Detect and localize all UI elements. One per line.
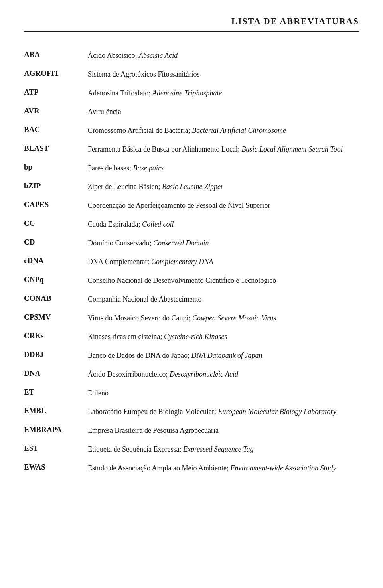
table-row: EWASEstudo de Associação Ampla ao Meio A… <box>24 459 359 478</box>
abbr-value: DNA Complementar; Complementary DNA <box>88 253 359 271</box>
table-row: CONABCompanhia Nacional de Abastecimento <box>24 290 359 309</box>
table-row: ESTEtiqueta de Sequência Expressa; Expre… <box>24 440 359 459</box>
table-row: bpPares de bases; Base pairs <box>24 159 359 178</box>
table-row: CAPES Coordenação de Aperfeiçoamento de … <box>24 196 359 215</box>
abbr-key: CPSMV <box>24 309 88 328</box>
abbr-value: Cromossomo Artificial de Bactéria; Bacte… <box>88 121 359 140</box>
abbr-value: Etileno <box>88 384 359 403</box>
abbr-key: CONAB <box>24 290 88 309</box>
abbr-value: Sistema de Agrotóxicos Fitossanitários <box>88 65 359 84</box>
abbr-key: EST <box>24 440 88 459</box>
abbr-key: BAC <box>24 121 88 140</box>
abbr-value: Virus do Mosaico Severo do Caupi; Cowpea… <box>88 309 359 328</box>
abbr-value: Ácido Desoxirribonucleico; Desoxyribonuc… <box>88 365 359 384</box>
abbr-value: Domínio Conservado; Conserved Domain <box>88 234 359 253</box>
abbr-key: cDNA <box>24 253 88 271</box>
table-row: DDBJBanco de Dados de DNA do Japão; DNA … <box>24 346 359 365</box>
abbr-key: DNA <box>24 365 88 384</box>
abbr-key: EMBL <box>24 403 88 421</box>
table-row: EMBRAPAEmpresa Brasileira de Pesquisa Ag… <box>24 421 359 440</box>
abbr-key: ATP <box>24 84 88 103</box>
table-row: CPSMVVirus do Mosaico Severo do Caupi; C… <box>24 309 359 328</box>
table-row: CCCauda Espiralada; Coiled coil <box>24 215 359 234</box>
abbr-key: CC <box>24 215 88 234</box>
abbr-value: Adenosina Trifosfato; Adenosine Triphosp… <box>88 84 359 103</box>
table-row: cDNADNA Complementar; Complementary DNA <box>24 253 359 271</box>
table-row: CNPqConselho Nacional de Desenvolvimento… <box>24 271 359 290</box>
table-row: DNAÁcido Desoxirribonucleico; Desoxyribo… <box>24 365 359 384</box>
table-row: ATPAdenosina Trifosfato; Adenosine Triph… <box>24 84 359 103</box>
table-row: AGROFITSistema de Agrotóxicos Fitossanit… <box>24 65 359 84</box>
abbr-key: bZIP <box>24 178 88 196</box>
table-row: BACCromossomo Artificial de Bactéria; Ba… <box>24 121 359 140</box>
table-row: CDDomínio Conservado; Conserved Domain <box>24 234 359 253</box>
abbr-value: Ferramenta Básica de Busca por Alinhamen… <box>88 140 359 159</box>
abbr-key: DDBJ <box>24 346 88 365</box>
abbr-value: Cauda Espiralada; Coiled coil <box>88 215 359 234</box>
abbr-value: Conselho Nacional de Desenvolvimento Cie… <box>88 271 359 290</box>
page-title: LISTA DE ABREVIATURAS <box>24 16 359 32</box>
table-row: EMBLLaboratório Europeu de Biologia Mole… <box>24 403 359 421</box>
table-row: bZIPZiper de Leucina Básico; Basic Leuci… <box>24 178 359 196</box>
abbr-value: Banco de Dados de DNA do Japão; DNA Data… <box>88 346 359 365</box>
abbr-key: CRKs <box>24 328 88 346</box>
abbr-value: Kinases ricas em cisteína; Cysteine-rich… <box>88 328 359 346</box>
abbr-key: CAPES <box>24 196 88 215</box>
abbr-key: CD <box>24 234 88 253</box>
abbr-key: BLAST <box>24 140 88 159</box>
table-row: CRKsKinases ricas em cisteína; Cysteine-… <box>24 328 359 346</box>
abbreviations-table: ABAÁcido Abscísico; Abscisic AcidAGROFIT… <box>24 46 359 478</box>
table-row: ETEtileno <box>24 384 359 403</box>
abbr-value: Etiqueta de Sequência Expressa; Expresse… <box>88 440 359 459</box>
abbr-value: Companhia Nacional de Abastecimento <box>88 290 359 309</box>
abbr-value: Ácido Abscísico; Abscisic Acid <box>88 46 359 65</box>
abbr-value: Ziper de Leucina Básico; Basic Leucine Z… <box>88 178 359 196</box>
abbr-key: CNPq <box>24 271 88 290</box>
abbr-key: AVR <box>24 103 88 121</box>
table-row: ABAÁcido Abscísico; Abscisic Acid <box>24 46 359 65</box>
abbr-key: ABA <box>24 46 88 65</box>
abbr-value: Pares de bases; Base pairs <box>88 159 359 178</box>
abbr-value: Empresa Brasileira de Pesquisa Agropecuá… <box>88 421 359 440</box>
abbr-key: EWAS <box>24 459 88 478</box>
table-row: AVRAvirulência <box>24 103 359 121</box>
abbr-key: bp <box>24 159 88 178</box>
abbr-value: Coordenação de Aperfeiçoamento de Pessoa… <box>88 196 359 215</box>
abbr-key: ET <box>24 384 88 403</box>
abbr-value: Avirulência <box>88 103 359 121</box>
abbr-key: AGROFIT <box>24 65 88 84</box>
abbr-value: Laboratório Europeu de Biologia Molecula… <box>88 403 359 421</box>
table-row: BLASTFerramenta Básica de Busca por Alin… <box>24 140 359 159</box>
abbr-key: EMBRAPA <box>24 421 88 440</box>
abbr-value: Estudo de Associação Ampla ao Meio Ambie… <box>88 459 359 478</box>
